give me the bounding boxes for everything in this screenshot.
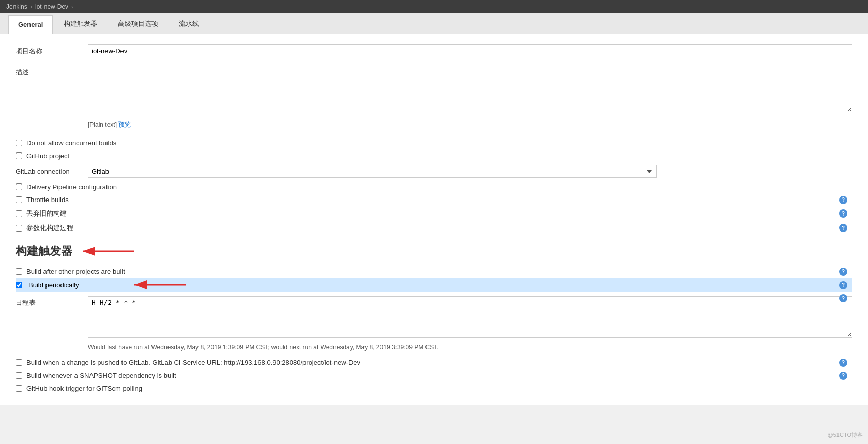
checkbox-snapshot-row: Build whenever a SNAPSHOT dependency is … — [16, 369, 852, 382]
checkbox-gitlab-push-row: Build when a change is pushed to GitLab.… — [16, 356, 852, 369]
checkbox-gitscm-row: GitHub hook trigger for GITScm polling — [16, 382, 852, 395]
schedule-row: 日程表 H H/2 * * * ? — [16, 292, 852, 342]
gitlab-push-help-icon[interactable]: ? — [839, 359, 847, 367]
description-label: 描述 — [16, 66, 88, 77]
tab-pipeline[interactable]: 流水线 — [169, 13, 209, 34]
checkbox-param-row: 参数化构建过程 ? — [16, 221, 852, 235]
tabs-bar: General 构建触发器 高级项目选项 流水线 — [0, 13, 868, 34]
plain-text-label: [Plain text] — [88, 121, 117, 128]
checkbox-concurrent-row: Do not allow concurrent builds — [16, 136, 852, 149]
checkbox-delivery-row: Delivery Pipeline configuration — [16, 180, 852, 193]
description-textarea[interactable] — [88, 66, 852, 112]
checkbox-github-row: GitHub project — [16, 149, 852, 162]
schedule-info: Would last have run at Wednesday, May 8,… — [88, 344, 852, 351]
project-name-row: 项目名称 — [16, 44, 852, 57]
description-row: 描述 — [16, 66, 852, 112]
param-help-icon[interactable]: ? — [839, 224, 847, 232]
delivery-label: Delivery Pipeline configuration — [26, 183, 117, 191]
breadcrumb-sep2: › — [71, 4, 73, 10]
after-checkbox[interactable] — [16, 268, 22, 275]
tab-build-trigger[interactable]: 构建触发器 — [54, 13, 107, 34]
after-help-icon[interactable]: ? — [839, 268, 847, 276]
project-name-input[interactable] — [88, 44, 852, 57]
throttle-label: Throttle builds — [26, 196, 69, 204]
breadcrumb-project[interactable]: iot-new-Dev — [35, 3, 68, 10]
gitlab-push-label: Build when a change is pushed to GitLab.… — [26, 359, 360, 366]
red-arrow-annotation-1 — [78, 243, 140, 259]
concurrent-label: Do not allow concurrent builds — [26, 139, 116, 147]
snapshot-help-icon[interactable]: ? — [839, 372, 847, 380]
red-arrow-annotation-2 — [129, 277, 191, 293]
periodic-checkbox[interactable] — [16, 282, 22, 288]
project-name-label: 项目名称 — [16, 44, 88, 56]
throttle-checkbox[interactable] — [16, 196, 22, 203]
checkbox-throttle-row: Throttle builds ? — [16, 193, 852, 206]
preview-link[interactable]: 预览 — [118, 121, 131, 128]
checkbox-after-row: Build after other projects are built ? — [16, 265, 852, 278]
github-label: GitHub project — [26, 152, 69, 160]
delivery-checkbox[interactable] — [16, 183, 22, 190]
throttle-help-icon[interactable]: ? — [839, 196, 847, 204]
param-checkbox[interactable] — [16, 225, 22, 232]
checkbox-periodic-row: Build periodically ? — [16, 278, 852, 292]
after-label: Build after other projects are built — [26, 268, 125, 275]
build-trigger-title-text: 构建触发器 — [16, 243, 72, 259]
snapshot-label: Build whenever a SNAPSHOT dependency is … — [26, 372, 176, 379]
gitlab-select[interactable]: Gitlab — [88, 165, 657, 178]
concurrent-checkbox[interactable] — [16, 140, 22, 146]
gitlab-push-checkbox[interactable] — [16, 359, 22, 366]
tab-advanced[interactable]: 高级项目选项 — [108, 13, 168, 34]
periodic-label: Build periodically — [26, 280, 81, 290]
breadcrumb-sep1: › — [31, 4, 32, 10]
schedule-label: 日程表 — [16, 296, 88, 308]
checkbox-discard-row: 丢弃旧的构建 ? — [16, 206, 852, 221]
plain-text-row: [Plain text] 预览 — [88, 120, 852, 129]
discard-label: 丢弃旧的构建 — [26, 209, 67, 218]
build-trigger-section-title: 构建触发器 — [16, 235, 852, 265]
breadcrumb-jenkins[interactable]: Jenkins — [6, 3, 27, 10]
gitscm-checkbox[interactable] — [16, 385, 22, 392]
form-area: 项目名称 描述 [Plain text] 预览 Do not allow con… — [0, 34, 868, 405]
schedule-help-icon[interactable]: ? — [839, 294, 847, 302]
tab-general[interactable]: General — [8, 15, 53, 34]
snapshot-checkbox[interactable] — [16, 372, 22, 379]
schedule-textarea[interactable]: H H/2 * * * — [88, 296, 852, 338]
discard-checkbox[interactable] — [16, 210, 22, 217]
param-label: 参数化构建过程 — [26, 223, 73, 233]
gitlab-label: GitLab connection — [16, 167, 88, 175]
gitscm-label: GitHub hook trigger for GITScm polling — [26, 385, 142, 392]
periodic-help-icon[interactable]: ? — [839, 281, 847, 289]
github-checkbox[interactable] — [16, 152, 22, 159]
gitlab-connection-row: GitLab connection Gitlab — [16, 162, 852, 180]
breadcrumb-bar: Jenkins › iot-new-Dev › — [0, 0, 868, 13]
discard-help-icon[interactable]: ? — [839, 209, 847, 218]
